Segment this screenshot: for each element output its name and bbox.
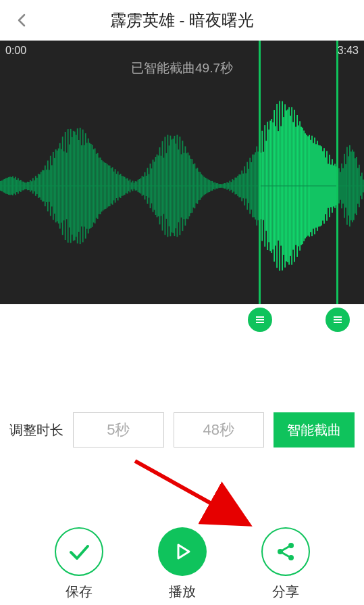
- chevron-left-icon: [14, 12, 30, 28]
- svg-line-282: [282, 553, 289, 557]
- share-label: 分享: [272, 583, 299, 601]
- duration-label: 调整时长: [9, 421, 63, 439]
- share-button[interactable]: 分享: [261, 527, 310, 601]
- trim-handle-left[interactable]: [248, 308, 272, 332]
- waveform-visual: [0, 74, 364, 297]
- waveform-panel[interactable]: 0:00 3:43 已智能截曲49.7秒: [0, 41, 364, 304]
- play-button[interactable]: 播放: [158, 527, 207, 601]
- duration-min-input[interactable]: 5秒: [73, 412, 164, 447]
- grip-icon: [254, 314, 266, 326]
- svg-line-281: [282, 547, 289, 551]
- header: 霹雳英雄 - 暗夜曙光: [0, 0, 364, 41]
- time-end-label: 3:43: [338, 45, 359, 57]
- time-start-label: 0:00: [5, 45, 26, 57]
- back-button[interactable]: [14, 12, 30, 28]
- svg-line-277: [135, 461, 242, 521]
- play-label: 播放: [169, 583, 196, 601]
- page-title: 霹雳英雄 - 暗夜曙光: [0, 9, 364, 31]
- duration-max-input[interactable]: 48秒: [174, 412, 265, 447]
- share-icon: [261, 527, 310, 576]
- annotation-arrow: [128, 453, 257, 534]
- trim-handle-right[interactable]: [326, 308, 350, 332]
- check-icon: [55, 527, 103, 576]
- duration-row: 调整时长 5秒 48秒 智能截曲: [0, 412, 364, 447]
- action-row: 保存 播放 分享: [0, 527, 364, 601]
- selection-marker-left: [259, 41, 261, 304]
- smart-trim-button[interactable]: 智能截曲: [274, 412, 355, 447]
- selection-marker-right: [336, 41, 338, 304]
- play-icon: [158, 527, 207, 576]
- save-button[interactable]: 保存: [55, 527, 103, 601]
- save-label: 保存: [66, 583, 93, 601]
- grip-icon: [332, 314, 344, 326]
